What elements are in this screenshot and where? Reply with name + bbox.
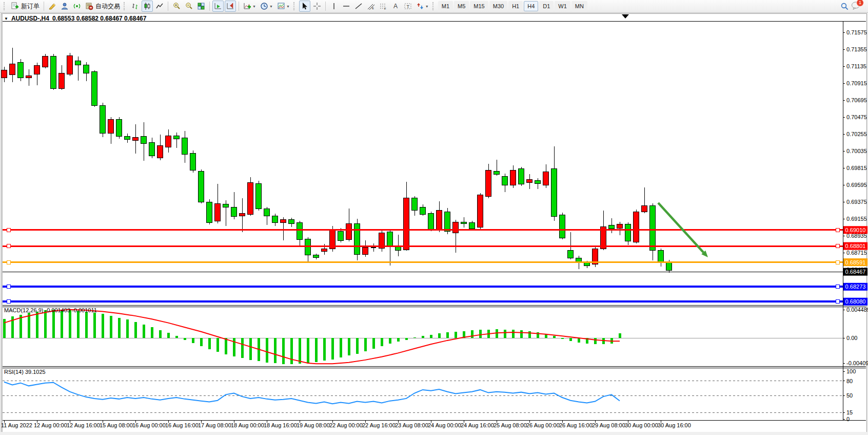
- candle: [519, 169, 524, 184]
- candle: [240, 214, 245, 216]
- templates-icon: [277, 2, 285, 10]
- candle: [166, 136, 171, 147]
- candle: [478, 195, 483, 228]
- auto-trading-icon: [85, 2, 93, 10]
- timeframe-m15-button[interactable]: M15: [470, 1, 488, 11]
- chart-canvas[interactable]: 0.715750.713550.711350.709150.706950.704…: [0, 0, 868, 435]
- collapse-icon[interactable]: ▼: [4, 16, 8, 21]
- candle: [642, 205, 647, 212]
- candle: [18, 63, 24, 78]
- candle: [658, 251, 664, 263]
- candle: [404, 198, 409, 250]
- candle: [141, 137, 147, 143]
- svg-text:0.70915: 0.70915: [846, 80, 867, 86]
- new-order-button[interactable]: 新订单: [9, 1, 41, 12]
- candle: [182, 138, 188, 154]
- timeframe-h1-button[interactable]: H1: [508, 1, 523, 11]
- rsi-pane[interactable]: RSI(14) 39.10251008050150: [3, 368, 856, 422]
- templates-button[interactable]: ▼: [275, 1, 291, 12]
- search-button[interactable]: [839, 1, 851, 12]
- signals-button[interactable]: [71, 1, 83, 12]
- arrows-button[interactable]: ▼: [415, 1, 430, 12]
- hline-0.68467[interactable]: 0.68467: [3, 268, 867, 276]
- candle: [125, 137, 130, 140]
- text-label-button[interactable]: T: [402, 1, 413, 12]
- svg-text:E: E: [372, 7, 374, 10]
- periods-button[interactable]: ▼: [259, 1, 274, 12]
- candle: [494, 171, 500, 174]
- macd-pane[interactable]: MACD(12,26,9) -0.001403 -0.0010110.00448…: [3, 307, 868, 366]
- candle: [625, 224, 631, 241]
- candle: [322, 249, 327, 251]
- hline-0.69010[interactable]: 0.69010: [3, 226, 867, 234]
- line-handle: [836, 260, 839, 264]
- candles: [2, 48, 672, 273]
- horizontal-line-button[interactable]: [341, 1, 352, 12]
- candle: [543, 172, 549, 185]
- svg-text:26 Aug 00:00: 26 Aug 00:00: [526, 422, 560, 428]
- dropdown-arrow-icon: ▼: [269, 5, 273, 8]
- indicators-icon: [243, 2, 251, 10]
- channel-button[interactable]: E: [365, 1, 377, 12]
- candle: [609, 225, 615, 229]
- zoom-out-button[interactable]: [183, 1, 194, 12]
- trendline-button[interactable]: [353, 1, 364, 12]
- chart-wizard-button[interactable]: [47, 1, 58, 12]
- timeframe-d1-button[interactable]: D1: [539, 1, 554, 11]
- candle: [305, 239, 311, 255]
- timeframe-w1-button[interactable]: W1: [555, 1, 570, 11]
- toolbar-grip[interactable]: [432, 2, 436, 10]
- svg-text:15: 15: [846, 409, 853, 415]
- notifications[interactable]: 1: [851, 1, 861, 12]
- hline-0.68080[interactable]: 0.68080: [3, 298, 867, 306]
- timeframe-mn-button[interactable]: MN: [571, 1, 587, 11]
- candle: [527, 180, 532, 183]
- timeframe-m30-button[interactable]: M30: [489, 1, 507, 11]
- timeframe-h4-button[interactable]: H4: [524, 1, 538, 11]
- fibonacci-button[interactable]: F: [378, 1, 389, 12]
- chart-shift-button[interactable]: [225, 1, 236, 12]
- auto-trading-label: 自动交易: [95, 2, 120, 11]
- zoom-in-button[interactable]: [171, 1, 182, 12]
- svg-text:26 Aug 16:00: 26 Aug 16:00: [559, 422, 593, 428]
- svg-text:0.68715: 0.68715: [846, 250, 867, 256]
- timeframe-m1-button[interactable]: M1: [438, 1, 453, 11]
- candle: [34, 65, 40, 74]
- date-axis[interactable]: 11 Aug 202212 Aug 00:0012 Aug 16:0015 Au…: [1, 421, 691, 429]
- bar-chart-button[interactable]: [129, 1, 141, 12]
- candle: [428, 214, 434, 230]
- vertical-line-button[interactable]: [328, 1, 340, 12]
- toolbar-grip[interactable]: [124, 2, 127, 10]
- cursor-button[interactable]: [299, 1, 310, 12]
- text-button[interactable]: A: [390, 1, 401, 12]
- timeframe-m5-button[interactable]: M5: [454, 1, 469, 11]
- candle: [346, 223, 352, 240]
- line-chart-button[interactable]: [154, 1, 165, 12]
- crosshair-button[interactable]: [311, 1, 323, 12]
- candle: [584, 263, 590, 266]
- candle: [215, 203, 221, 221]
- tile-windows-icon: [197, 2, 205, 10]
- tile-windows-button[interactable]: [195, 1, 207, 12]
- line-handle: [836, 300, 839, 304]
- candle: [461, 222, 467, 223]
- hline-0.68801[interactable]: 0.68801: [3, 242, 867, 250]
- svg-text:24 Aug 00:00: 24 Aug 00:00: [428, 422, 461, 428]
- candle: [313, 255, 319, 257]
- indicators-button[interactable]: ▼: [242, 1, 258, 12]
- hline-0.68273[interactable]: 0.68273: [3, 283, 867, 291]
- svg-text:22 Aug 00:00: 22 Aug 00:00: [329, 422, 363, 428]
- candle: [43, 56, 48, 67]
- auto-scroll-button[interactable]: [212, 1, 224, 12]
- toolbar-grip[interactable]: [293, 2, 297, 10]
- hline-0.68591[interactable]: 0.68591: [3, 258, 867, 266]
- candle: [149, 142, 155, 156]
- auto-trading-button[interactable]: 自动交易: [84, 1, 122, 12]
- candlestick-button[interactable]: [142, 1, 153, 12]
- toolbar-grip[interactable]: [4, 2, 7, 10]
- candle: [100, 105, 106, 133]
- profile-button[interactable]: [59, 1, 70, 12]
- svg-text:19 Aug 08:00: 19 Aug 08:00: [297, 422, 330, 428]
- toolbar-separator: [44, 2, 44, 11]
- toolbar-separator: [209, 2, 210, 11]
